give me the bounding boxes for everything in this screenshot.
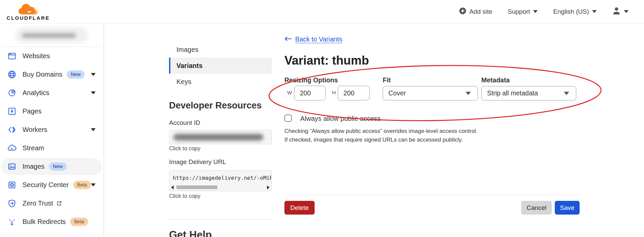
external-link-icon [56,201,62,206]
subnav-tab-images[interactable]: Images [169,42,272,58]
sidebar: Websites Buy Domains New Analytics Pages [0,23,104,237]
chevron-down-icon [592,10,597,13]
plus-circle-icon [459,7,466,16]
chevron-down-icon [533,10,538,13]
chevron-down-icon[interactable] [91,73,96,76]
variant-editor-panel: Back to Variants Variant: thumb Resizing… [284,23,580,237]
funnel-icon [7,217,16,227]
sidebar-item-websites[interactable]: Websites [0,47,104,65]
sidebar-item-workers[interactable]: Workers [0,121,104,139]
delete-button[interactable]: Delete [284,201,315,215]
support-menu[interactable]: Support [508,8,538,15]
chevron-down-icon [564,92,569,95]
chevron-down-icon[interactable] [91,91,96,94]
beta-badge: Beta [73,181,91,189]
scroll-left-arrow-icon[interactable] [171,185,174,189]
page-title: Variant: thumb [284,54,369,68]
fit-label: Fit [383,76,391,84]
sidebar-item-bulk-redirects[interactable]: Bulk Redirects Beta [0,213,104,231]
chevron-down-icon[interactable] [91,128,96,131]
add-site-label: Add site [469,8,492,15]
height-label: H [332,90,336,96]
metadata-select[interactable]: Strip all metadata [481,86,576,100]
pie-chart-icon [7,88,16,98]
subnav-tab-label: Variants [176,62,203,70]
horizontal-scrollbar[interactable] [171,185,270,189]
left-arrow-icon [284,35,292,43]
fit-select[interactable]: Cover [383,86,478,100]
sidebar-item-buy-domains[interactable]: Buy Domains New [0,65,104,84]
shield-arrow-icon [7,199,16,208]
subnav-tab-label: Images [176,46,199,54]
account-id-label: Account ID [169,119,200,127]
sidebar-item-pages[interactable]: Pages [0,102,104,121]
get-help-title: Get Help [169,229,212,237]
save-button[interactable]: Save [555,201,580,215]
chevron-down-icon [624,10,629,13]
metadata-label: Metadata [481,76,510,84]
back-to-variants-link[interactable]: Back to Variants [284,35,342,43]
chevron-down-icon [466,92,471,95]
metadata-selected-value: Strip all metadata [487,89,538,97]
account-id-copy-box[interactable] [169,130,272,144]
fit-selected-value: Cover [388,89,406,97]
divider [169,219,272,220]
image-icon [7,162,16,171]
add-site-button[interactable]: Add site [459,7,492,16]
sidebar-item-label: Stream [22,144,44,152]
browser-window-icon [7,52,16,61]
cloudflare-cloud-icon [17,2,39,16]
divider [284,195,580,195]
scrollbar-thumb[interactable] [176,185,217,189]
scroll-right-arrow-icon[interactable] [267,185,270,189]
sidebar-item-label: Security Center [22,181,69,189]
image-delivery-url-label: Image Delivery URL [169,158,226,166]
user-avatar-icon [612,6,621,17]
chevron-down-icon[interactable] [91,183,96,186]
language-menu[interactable]: English (US) [553,8,597,15]
public-access-help-text: Checking “Always allow public access” ov… [284,127,477,144]
subnav-tab-variants[interactable]: Variants [169,58,272,74]
width-input[interactable] [294,86,326,100]
account-id-copy-hint: Click to copy [169,145,201,152]
height-input[interactable] [338,86,370,100]
sidebar-item-zero-trust[interactable]: Zero Trust [0,194,104,213]
sidebar-item-label: Bulk Redirects [22,218,66,226]
sidebar-item-label: Zero Trust [22,200,53,207]
sidebar-item-label: Analytics [22,89,49,97]
language-label: English (US) [553,8,589,15]
top-nav: Add site Support English (US) [459,6,629,17]
cloudflare-logo[interactable]: CLOUDFLARE [6,2,50,21]
account-name-redacted[interactable] [0,23,104,47]
sidebar-item-label: Buy Domains [22,71,62,78]
back-link-label: Back to Variants [295,35,342,43]
sidebar-item-label: Images [22,163,45,170]
help-line-2: If checked, images that require signed U… [284,136,477,144]
logo-wordmark: CLOUDFLARE [7,15,50,21]
account-name-blur-text [22,33,76,37]
sidebar-item-stream[interactable]: Stream [0,139,104,157]
help-line-1: Checking “Always allow public access” ov… [284,127,477,136]
cancel-button[interactable]: Cancel [521,201,552,215]
top-bar: CLOUDFLARE Add site Support English (US) [0,0,644,23]
security-vault-icon [7,180,16,190]
angle-brackets-icon [7,125,16,135]
image-delivery-url-box[interactable]: https://imagedelivery.net/-oMiRxTr [169,170,272,191]
user-account-menu[interactable] [612,6,629,17]
subnav-tab-keys[interactable]: Keys [169,74,272,90]
images-subnav-column: Images Variants Keys Developer Resources… [169,23,272,237]
sidebar-item-security-center[interactable]: Security Center Beta [0,176,104,194]
sidebar-item-images[interactable]: Images New [0,157,104,176]
always-allow-public-access-label: Always allow public access [300,115,381,123]
lightning-page-icon [7,107,16,116]
always-allow-public-access-checkbox[interactable] [284,114,292,122]
new-badge: New [49,162,67,171]
sidebar-item-label: Pages [22,107,42,115]
cloudflare-dashboard-page: CLOUDFLARE Add site Support English (US) [0,0,644,237]
sidebar-item-analytics[interactable]: Analytics [0,84,104,102]
developer-resources-title: Developer Resources [169,100,262,111]
sidebar-item-label: Websites [22,52,50,60]
sidebar-item-label: Workers [22,126,47,134]
support-label: Support [508,8,530,15]
image-delivery-url-value: https://imagedelivery.net/-oMiRxTr [169,171,271,181]
